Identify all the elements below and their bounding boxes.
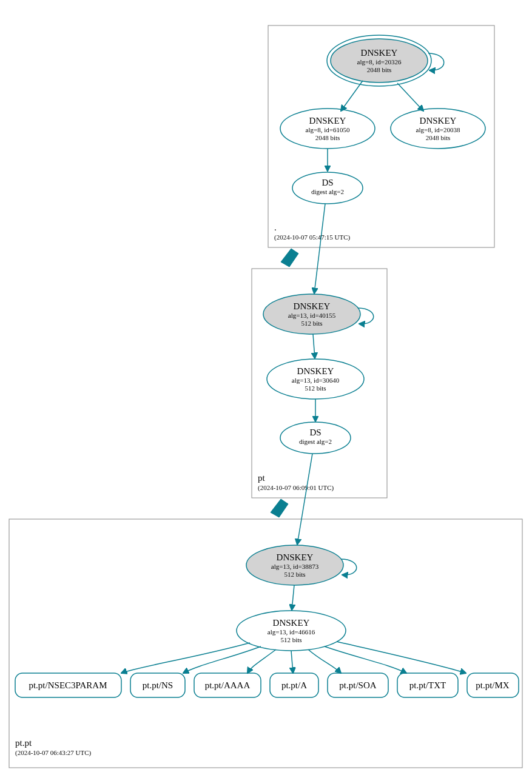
node-root-ds-l2: digest alg=2 xyxy=(311,188,344,195)
edge-rootds-ptksk xyxy=(314,204,325,294)
rrset-txt-label: pt.pt/TXT xyxy=(409,680,446,690)
rrset-aaaa: pt.pt/AAAA xyxy=(194,673,261,697)
node-root-zsk2-l2: alg=8, id=20038 xyxy=(416,126,460,133)
rrset-nsec3param-label: pt.pt/NSEC3PARAM xyxy=(29,680,107,690)
node-pt-zsk-l3: 512 bits xyxy=(305,384,326,392)
node-pt-zsk-l2: alg=13, id=30640 xyxy=(292,377,340,384)
node-pt-ds-l2: digest alg=2 xyxy=(299,438,332,445)
edge-zsk-ns xyxy=(183,646,261,673)
node-root-ds: DS digest alg=2 xyxy=(292,172,363,204)
node-ptpt-zsk-l3: 512 bits xyxy=(280,636,301,643)
edge-ptptksk-ptptzsk xyxy=(292,585,294,610)
edge-zsk-a xyxy=(291,651,293,673)
node-root-zsk-l3: 2048 bits xyxy=(315,134,340,141)
node-pt-ds-title: DS xyxy=(309,428,321,437)
node-root-zsk2-title: DNSKEY xyxy=(420,116,457,126)
node-pt-ksk-title: DNSKEY xyxy=(294,301,331,311)
edge-rootksk-rootzsk xyxy=(341,81,363,111)
edge-ptksk-ptzsk xyxy=(313,334,315,358)
rrset-mx-label: pt.pt/MX xyxy=(476,680,510,690)
node-pt-ds: DS digest alg=2 xyxy=(280,422,351,454)
node-ptpt-ksk-title: DNSKEY xyxy=(277,552,314,562)
edge-zsk-aaaa xyxy=(247,649,276,673)
rrset-ns: pt.pt/NS xyxy=(130,673,185,697)
node-ptpt-zsk: DNSKEY alg=13, id=46616 512 bits xyxy=(237,611,346,651)
node-root-zsk: DNSKEY alg=8, id=61050 2048 bits xyxy=(280,109,375,149)
node-ptpt-ksk-l3: 512 bits xyxy=(284,571,305,578)
edge-zsk-nsec3param xyxy=(121,643,250,673)
zone-name-ptpt: pt.pt xyxy=(15,738,32,748)
node-pt-ksk-l3: 512 bits xyxy=(301,320,322,327)
rrset-ns-label: pt.pt/NS xyxy=(143,680,173,690)
node-ptpt-ksk: DNSKEY alg=13, id=38873 512 bits xyxy=(246,545,343,585)
node-root-ksk-l3: 2048 bits xyxy=(367,66,392,73)
node-root-zsk-l2: alg=8, id=61050 xyxy=(306,126,350,133)
zone-name-pt: pt xyxy=(258,473,266,483)
edge-zsk-mx xyxy=(337,642,466,673)
edge-zsk-soa xyxy=(308,649,341,673)
rrset-soa-label: pt.pt/SOA xyxy=(339,680,376,690)
node-root-zsk2: DNSKEY alg=8, id=20038 2048 bits xyxy=(391,109,485,149)
rrset-txt: pt.pt/TXT xyxy=(397,673,458,697)
node-ptpt-zsk-l2: alg=13, id=46616 xyxy=(268,628,315,636)
edge-ptds-ptptksk xyxy=(297,454,312,545)
node-root-ksk: DNSKEY alg=8, id=20326 2048 bits xyxy=(327,35,431,86)
node-pt-ksk: DNSKEY alg=13, id=40155 512 bits xyxy=(263,294,360,334)
node-pt-zsk-title: DNSKEY xyxy=(297,366,334,376)
rrset-soa: pt.pt/SOA xyxy=(328,673,388,697)
node-root-zsk2-l3: 2048 bits xyxy=(426,134,451,141)
zone-arrow-root-to-pt xyxy=(281,249,298,267)
zone-name-root: . xyxy=(274,223,277,232)
rrset-a-label: pt.pt/A xyxy=(281,680,307,690)
rrset-mx: pt.pt/MX xyxy=(467,673,519,697)
zone-arrow-pt-to-ptpt xyxy=(271,499,288,517)
rrset-a: pt.pt/A xyxy=(270,673,318,697)
node-pt-ksk-l2: alg=13, id=40155 xyxy=(288,312,336,319)
zone-ts-root: (2024-10-07 05:47:15 UTC) xyxy=(274,233,351,241)
node-pt-zsk: DNSKEY alg=13, id=30640 512 bits xyxy=(267,359,364,399)
node-root-ds-title: DS xyxy=(322,178,333,187)
node-ptpt-ksk-l2: alg=13, id=38873 xyxy=(271,563,319,570)
rrset-aaaa-label: pt.pt/AAAA xyxy=(205,680,251,690)
node-root-ksk-title: DNSKEY xyxy=(361,48,398,58)
zone-ts-pt: (2024-10-07 06:09:01 UTC) xyxy=(258,484,334,492)
dnssec-graph: . (2024-10-07 05:47:15 UTC) pt (2024-10-… xyxy=(0,0,532,775)
node-root-ksk-l2: alg=8, id=20326 xyxy=(357,58,402,65)
node-root-zsk-title: DNSKEY xyxy=(309,116,346,126)
edge-rootksk-rootzsk2 xyxy=(397,83,423,111)
rrset-nsec3param: pt.pt/NSEC3PARAM xyxy=(15,673,121,697)
node-ptpt-zsk-title: DNSKEY xyxy=(273,618,310,628)
zone-ts-ptpt: (2024-10-07 06:43:27 UTC) xyxy=(15,749,92,757)
